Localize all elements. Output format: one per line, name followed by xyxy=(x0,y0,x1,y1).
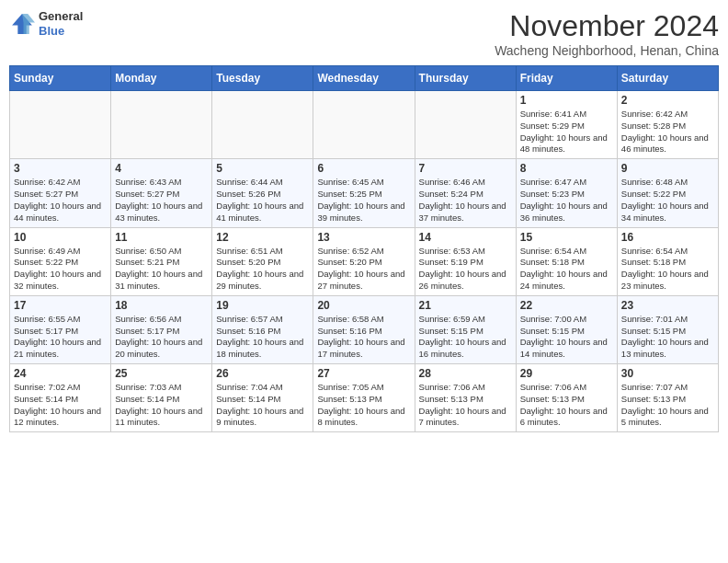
calendar-day-cell: 17Sunrise: 6:55 AM Sunset: 5:17 PM Dayli… xyxy=(10,295,111,363)
day-number: 14 xyxy=(419,231,512,244)
calendar-day-cell: 10Sunrise: 6:49 AM Sunset: 5:22 PM Dayli… xyxy=(10,227,111,295)
location-title: Wacheng Neighborhood, Henan, China xyxy=(495,43,719,58)
day-info: Sunrise: 6:58 AM Sunset: 5:16 PM Dayligh… xyxy=(317,314,410,361)
logo-icon xyxy=(9,11,35,37)
day-info: Sunrise: 6:54 AM Sunset: 5:18 PM Dayligh… xyxy=(520,246,613,293)
calendar-week-row: 1Sunrise: 6:41 AM Sunset: 5:29 PM Daylig… xyxy=(10,91,719,159)
day-info: Sunrise: 6:51 AM Sunset: 5:20 PM Dayligh… xyxy=(216,246,309,293)
day-number: 30 xyxy=(621,367,714,380)
day-number: 21 xyxy=(419,299,512,312)
weekday-header: Saturday xyxy=(617,66,718,91)
day-info: Sunrise: 7:01 AM Sunset: 5:15 PM Dayligh… xyxy=(621,314,714,361)
day-info: Sunrise: 7:04 AM Sunset: 5:14 PM Dayligh… xyxy=(216,382,309,429)
weekday-header: Monday xyxy=(111,66,212,91)
calendar-day-cell xyxy=(111,91,212,159)
day-number: 27 xyxy=(317,367,410,380)
weekday-header: Tuesday xyxy=(212,66,313,91)
calendar-day-cell: 3Sunrise: 6:42 AM Sunset: 5:27 PM Daylig… xyxy=(10,159,111,227)
day-info: Sunrise: 6:56 AM Sunset: 5:17 PM Dayligh… xyxy=(115,314,208,361)
day-number: 19 xyxy=(216,299,309,312)
calendar-week-row: 3Sunrise: 6:42 AM Sunset: 5:27 PM Daylig… xyxy=(10,159,719,227)
logo-text: General Blue xyxy=(39,9,83,38)
day-info: Sunrise: 6:52 AM Sunset: 5:20 PM Dayligh… xyxy=(317,246,410,293)
day-number: 3 xyxy=(14,162,107,175)
calendar-day-cell xyxy=(10,91,111,159)
day-info: Sunrise: 6:54 AM Sunset: 5:18 PM Dayligh… xyxy=(621,246,714,293)
calendar-day-cell: 26Sunrise: 7:04 AM Sunset: 5:14 PM Dayli… xyxy=(212,364,313,432)
calendar-day-cell: 21Sunrise: 6:59 AM Sunset: 5:15 PM Dayli… xyxy=(415,295,516,363)
calendar-day-cell: 7Sunrise: 6:46 AM Sunset: 5:24 PM Daylig… xyxy=(415,159,516,227)
calendar-day-cell xyxy=(212,91,313,159)
day-number: 11 xyxy=(115,231,208,244)
day-info: Sunrise: 7:06 AM Sunset: 5:13 PM Dayligh… xyxy=(419,382,512,429)
page-header: General Blue November 2024 Wacheng Neigh… xyxy=(9,9,719,58)
day-number: 9 xyxy=(621,162,714,175)
day-number: 8 xyxy=(520,162,613,175)
day-info: Sunrise: 7:00 AM Sunset: 5:15 PM Dayligh… xyxy=(520,314,613,361)
calendar-day-cell: 29Sunrise: 7:06 AM Sunset: 5:13 PM Dayli… xyxy=(516,364,617,432)
day-number: 16 xyxy=(621,231,714,244)
weekday-header: Sunday xyxy=(10,66,111,91)
day-number: 24 xyxy=(14,367,107,380)
weekday-header: Wednesday xyxy=(313,66,415,91)
day-number: 22 xyxy=(520,299,613,312)
calendar-day-cell: 15Sunrise: 6:54 AM Sunset: 5:18 PM Dayli… xyxy=(516,227,617,295)
day-number: 23 xyxy=(621,299,714,312)
calendar-table: SundayMondayTuesdayWednesdayThursdayFrid… xyxy=(9,65,719,432)
calendar-day-cell: 6Sunrise: 6:45 AM Sunset: 5:25 PM Daylig… xyxy=(313,159,415,227)
calendar-day-cell: 2Sunrise: 6:42 AM Sunset: 5:28 PM Daylig… xyxy=(617,91,718,159)
day-info: Sunrise: 6:44 AM Sunset: 5:26 PM Dayligh… xyxy=(216,177,309,224)
day-info: Sunrise: 6:49 AM Sunset: 5:22 PM Dayligh… xyxy=(14,246,107,293)
calendar-week-row: 17Sunrise: 6:55 AM Sunset: 5:17 PM Dayli… xyxy=(10,295,719,363)
day-info: Sunrise: 6:42 AM Sunset: 5:28 PM Dayligh… xyxy=(621,109,714,155)
day-number: 7 xyxy=(419,162,512,175)
svg-marker-1 xyxy=(22,14,35,34)
day-number: 28 xyxy=(419,367,512,380)
weekday-header: Friday xyxy=(516,66,617,91)
day-number: 12 xyxy=(216,231,309,244)
day-info: Sunrise: 6:41 AM Sunset: 5:29 PM Dayligh… xyxy=(520,109,613,155)
calendar-day-cell: 22Sunrise: 7:00 AM Sunset: 5:15 PM Dayli… xyxy=(516,295,617,363)
day-info: Sunrise: 6:59 AM Sunset: 5:15 PM Dayligh… xyxy=(419,314,512,361)
day-info: Sunrise: 6:57 AM Sunset: 5:16 PM Dayligh… xyxy=(216,314,309,361)
calendar-day-cell xyxy=(415,91,516,159)
title-block: November 2024 Wacheng Neighborhood, Hena… xyxy=(495,9,719,58)
day-info: Sunrise: 7:05 AM Sunset: 5:13 PM Dayligh… xyxy=(317,382,410,429)
calendar-day-cell: 28Sunrise: 7:06 AM Sunset: 5:13 PM Dayli… xyxy=(415,364,516,432)
month-title: November 2024 xyxy=(495,9,719,43)
day-number: 26 xyxy=(216,367,309,380)
calendar-day-cell: 16Sunrise: 6:54 AM Sunset: 5:18 PM Dayli… xyxy=(617,227,718,295)
day-info: Sunrise: 6:43 AM Sunset: 5:27 PM Dayligh… xyxy=(115,177,208,224)
calendar-day-cell: 11Sunrise: 6:50 AM Sunset: 5:21 PM Dayli… xyxy=(111,227,212,295)
day-number: 1 xyxy=(520,94,613,107)
day-info: Sunrise: 6:46 AM Sunset: 5:24 PM Dayligh… xyxy=(419,177,512,224)
calendar-day-cell: 24Sunrise: 7:02 AM Sunset: 5:14 PM Dayli… xyxy=(10,364,111,432)
calendar-day-cell: 13Sunrise: 6:52 AM Sunset: 5:20 PM Dayli… xyxy=(313,227,415,295)
day-number: 29 xyxy=(520,367,613,380)
day-number: 13 xyxy=(317,231,410,244)
day-number: 20 xyxy=(317,299,410,312)
calendar-day-cell: 30Sunrise: 7:07 AM Sunset: 5:13 PM Dayli… xyxy=(617,364,718,432)
day-number: 18 xyxy=(115,299,208,312)
day-info: Sunrise: 7:02 AM Sunset: 5:14 PM Dayligh… xyxy=(14,382,107,429)
calendar-day-cell: 20Sunrise: 6:58 AM Sunset: 5:16 PM Dayli… xyxy=(313,295,415,363)
day-number: 10 xyxy=(14,231,107,244)
calendar-day-cell: 9Sunrise: 6:48 AM Sunset: 5:22 PM Daylig… xyxy=(617,159,718,227)
calendar-week-row: 10Sunrise: 6:49 AM Sunset: 5:22 PM Dayli… xyxy=(10,227,719,295)
calendar-day-cell: 23Sunrise: 7:01 AM Sunset: 5:15 PM Dayli… xyxy=(617,295,718,363)
day-number: 2 xyxy=(621,94,714,107)
day-number: 17 xyxy=(14,299,107,312)
calendar-day-cell: 14Sunrise: 6:53 AM Sunset: 5:19 PM Dayli… xyxy=(415,227,516,295)
calendar-day-cell: 12Sunrise: 6:51 AM Sunset: 5:20 PM Dayli… xyxy=(212,227,313,295)
day-number: 25 xyxy=(115,367,208,380)
calendar-header-row: SundayMondayTuesdayWednesdayThursdayFrid… xyxy=(10,66,719,91)
calendar-day-cell: 5Sunrise: 6:44 AM Sunset: 5:26 PM Daylig… xyxy=(212,159,313,227)
calendar-day-cell: 4Sunrise: 6:43 AM Sunset: 5:27 PM Daylig… xyxy=(111,159,212,227)
calendar-day-cell: 27Sunrise: 7:05 AM Sunset: 5:13 PM Dayli… xyxy=(313,364,415,432)
calendar-day-cell: 1Sunrise: 6:41 AM Sunset: 5:29 PM Daylig… xyxy=(516,91,617,159)
day-number: 15 xyxy=(520,231,613,244)
day-number: 4 xyxy=(115,162,208,175)
weekday-header: Thursday xyxy=(415,66,516,91)
calendar-day-cell xyxy=(313,91,415,159)
calendar-week-row: 24Sunrise: 7:02 AM Sunset: 5:14 PM Dayli… xyxy=(10,364,719,432)
